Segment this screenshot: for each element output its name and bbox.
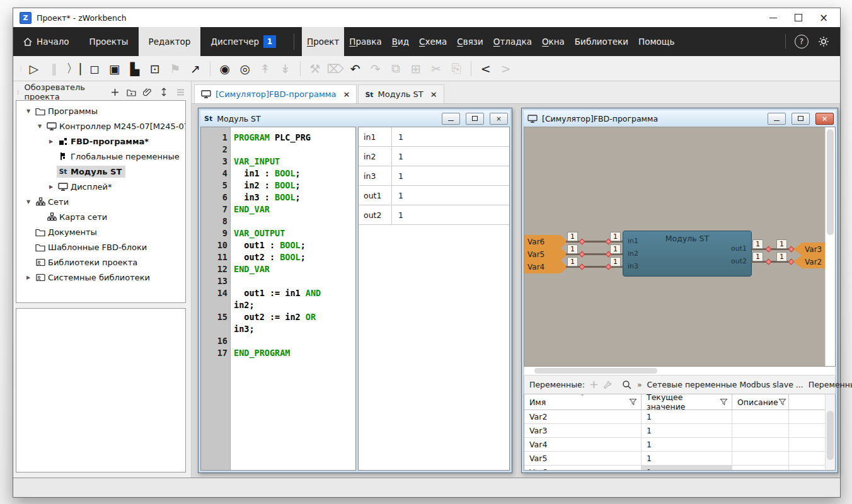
settings-gear-icon[interactable] (817, 35, 830, 48)
menu-проект[interactable]: Проект (302, 27, 344, 56)
ribbon-tab-проекты[interactable]: Проекты (79, 27, 139, 56)
code-line[interactable]: 11 out2 : BOOL; (201, 251, 355, 263)
tree-item-системные-библиотеки[interactable]: ▶Системные библиотеки (16, 270, 185, 285)
watch-add-icon[interactable]: ◉ (216, 59, 234, 78)
variable-row-var6[interactable]: Var61 (524, 466, 835, 471)
fbd-input-tag-var6[interactable]: Var6 (524, 235, 568, 248)
ribbon-tab-начало[interactable]: Начало (13, 27, 79, 56)
code-line[interactable]: 15 out2 := in2 OR (201, 311, 355, 323)
fbd-window-titlebar[interactable]: [Симулятор]FBD-программа × (524, 110, 836, 127)
doc-tab-st-module[interactable]: StМодуль ST× (358, 84, 444, 103)
overflow-chevron-icon[interactable]: » (637, 380, 642, 389)
st-window-titlebar[interactable]: St Модуль ST × (200, 110, 510, 127)
fbd-horizontal-scrollbar[interactable] (524, 367, 836, 375)
connection-point[interactable] (766, 246, 772, 253)
code-line[interactable]: 5 in2 : BOOL; (201, 180, 355, 192)
watch-icon[interactable]: ◎ (236, 59, 255, 78)
variable-row-var2[interactable]: Var21 (524, 410, 835, 424)
code-line[interactable]: 10 out1 : BOOL; (201, 239, 355, 251)
fbd-block-module-st[interactable]: Модуль STin1in2in3out1out2 (623, 231, 752, 277)
chevron-right-icon[interactable]: ▶ (45, 184, 57, 190)
minimize-button[interactable] (761, 9, 786, 26)
filter-funnel-icon[interactable] (629, 398, 637, 406)
chevron-down-icon[interactable]: ▼ (23, 108, 34, 114)
fbd-minimize-button[interactable] (768, 113, 786, 125)
tree-item-сети[interactable]: ▼Сети (16, 194, 185, 209)
chevron-down-icon[interactable]: ▼ (23, 199, 34, 205)
code-line[interactable]: 1PROGRAM PLC_PRG (201, 132, 355, 144)
st-restore-button[interactable] (466, 113, 484, 125)
tree-item-fbd-программа-[interactable]: ▶FBD-программа* (16, 134, 185, 149)
filter-funnel-icon[interactable] (778, 398, 786, 406)
back-icon[interactable]: < (476, 59, 495, 78)
tree-item-библиотеки-проекта[interactable]: Библиотеки проекта (16, 255, 185, 270)
menu-связи[interactable]: Связи (452, 27, 488, 56)
close-button[interactable]: × (811, 9, 836, 26)
variable-row-var4[interactable]: Var41 (524, 438, 835, 452)
add-folder-icon[interactable] (125, 86, 137, 98)
code-line[interactable]: 16 (201, 335, 355, 347)
watch-variable-value[interactable]: 1 (392, 166, 509, 185)
code-line[interactable]: 6 in3 : BOOL; (201, 192, 355, 203)
tree-item-документы[interactable]: Документы (16, 224, 185, 239)
st-code-editor[interactable]: 1PROGRAM PLC_PRG2 3VAR_INPUT4 in1 : BOOL… (200, 127, 356, 471)
tree-item-глобальные-переменные[interactable]: Глобальные переменные (16, 149, 185, 164)
fbd-hscroll-thumb[interactable] (534, 368, 657, 374)
watch-variable-value[interactable]: 1 (392, 127, 509, 146)
menu-окна[interactable]: Окна (537, 27, 570, 56)
connection-point[interactable] (579, 264, 585, 270)
menu-схема[interactable]: Схема (414, 27, 452, 56)
fbd-restore-button[interactable] (792, 113, 810, 125)
connection-point[interactable] (788, 246, 795, 253)
code-line[interactable]: 9VAR_OUTPUT (201, 227, 355, 239)
menu-правка[interactable]: Правка (344, 27, 386, 56)
connection-point[interactable] (766, 259, 772, 265)
st-close-button[interactable]: × (490, 113, 508, 125)
code-line[interactable]: in3; (201, 323, 355, 335)
ribbon-tab-диспетчер[interactable]: Диспетчер1 (200, 27, 286, 56)
search-icon[interactable] (622, 379, 632, 391)
display-icon[interactable]: ⊡ (146, 59, 164, 78)
network-variables-link[interactable]: Сетевые переменные Modbus slave ... (647, 380, 803, 389)
menu-вид[interactable]: Вид (387, 27, 414, 56)
variable-row-var3[interactable]: Var31 (524, 424, 835, 438)
connection-point[interactable] (579, 251, 585, 258)
debug-icon[interactable]: ▣ (105, 59, 124, 78)
watch-variable-value[interactable]: 1 (392, 147, 509, 166)
tree-item-контроллер-m245-07-m245-07-[interactable]: ▼Контроллер M245-07[M245-07] (16, 118, 185, 134)
chevron-right-icon[interactable]: ▶ (45, 139, 57, 144)
code-line[interactable]: 17END_PROGRAM (201, 347, 355, 359)
table-vertical-scrollbar[interactable] (825, 394, 835, 470)
connection-point[interactable] (788, 259, 795, 265)
trace-icon[interactable]: ↗ (186, 59, 205, 78)
code-line[interactable]: 12END_VAR (201, 263, 355, 275)
attach-icon[interactable] (142, 86, 153, 98)
fbd-canvas[interactable]: Var611Var511Var411Модуль STin1in2in3out1… (524, 127, 836, 367)
undo-icon[interactable]: ↶ (346, 59, 365, 78)
code-line[interactable]: 14 out1 := in1 AND (201, 287, 355, 299)
tab-close-icon[interactable]: × (343, 89, 350, 99)
tree-item-дисплей-[interactable]: ▶Дисплей* (16, 179, 185, 194)
fbd-input-tag-var4[interactable]: Var4 (524, 260, 568, 273)
connection-point[interactable] (579, 239, 585, 245)
fbd-input-tag-var5[interactable]: Var5 (524, 248, 568, 261)
fbd-vscroll-thumb[interactable] (827, 129, 834, 235)
panel-drag-handle[interactable]: ⁞ (17, 88, 20, 96)
chevron-down-icon[interactable]: ▼ (34, 123, 45, 129)
ribbon-tab-редактор[interactable]: Редактор (139, 27, 201, 56)
code-line[interactable]: 2 (201, 144, 355, 156)
code-line[interactable]: 4 in1 : BOOL; (201, 168, 355, 180)
code-line[interactable]: 13 (201, 275, 355, 287)
fbd-editor-icon[interactable]: ▙ (125, 59, 144, 78)
code-line[interactable]: 7END_VAR (201, 203, 355, 215)
tree-item-модуль-st[interactable]: StМодуль ST (16, 164, 185, 179)
variable-row-var5[interactable]: Var51 (524, 452, 835, 466)
tree-item-карта-сети[interactable]: Карта сети (16, 209, 185, 224)
connect-icon[interactable]: 〉| (65, 59, 84, 78)
tab-close-icon[interactable]: × (430, 89, 437, 99)
filter-funnel-icon[interactable] (720, 398, 728, 406)
watch-variable-value[interactable]: 1 (392, 186, 509, 205)
tree-item-шаблонные-fbd-блоки[interactable]: Шаблонные FBD-блоки (16, 239, 185, 255)
column-header-description[interactable]: Описание (732, 394, 789, 410)
doc-tab-fbd-program[interactable]: [Симулятор]FBD-программа× (194, 84, 357, 103)
